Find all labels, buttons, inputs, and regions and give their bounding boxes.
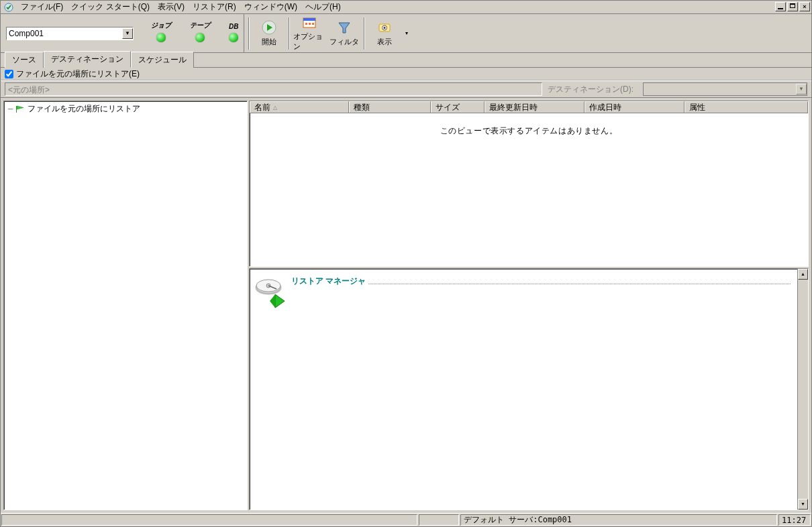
restore-manager-icon [254,276,287,309]
statusbar: デフォルト サーバ:Comp001 11:27 [1,513,811,526]
svg-point-11 [384,27,386,29]
status-time: 11:27 [778,514,811,526]
sort-asc-icon: △ [273,105,277,111]
close-button[interactable]: × [799,2,810,11]
svg-rect-5 [305,23,307,25]
svg-marker-21 [275,294,285,308]
tape-led-icon [195,33,205,42]
svg-rect-7 [312,23,314,25]
status-left [1,514,417,526]
menu-view[interactable]: 表示(V) [154,0,189,14]
filter-icon [336,19,352,36]
tree-line-icon: ─ [8,105,13,114]
column-modified[interactable]: 最終更新日時 [485,101,585,113]
info-pane: リストア マネージャ ▲ ▼ [249,268,809,510]
svg-rect-4 [303,18,315,21]
menu-help[interactable]: ヘルプ(H) [301,0,345,14]
tab-schedule[interactable]: スケジュール [131,52,194,68]
destination-bar: <元の場所> デスティネーション(D): ▼ [1,80,811,98]
restore-original-label: ファイルを元の場所にリストア(E) [16,68,140,80]
tab-destination[interactable]: デスティネーション [44,51,131,68]
tab-source[interactable]: ソース [5,52,44,68]
column-created[interactable]: 作成日時 [585,101,684,113]
toolbar-separator [364,17,365,50]
menu-window[interactable]: ウィンドウ(W) [240,0,301,14]
restore-manager-title: リストア マネージャ [291,276,366,287]
server-combo-dropdown-icon[interactable]: ▼ [122,28,133,39]
maximize-button[interactable] [787,2,798,11]
scroll-down-icon[interactable]: ▼ [798,499,808,510]
scroll-up-icon[interactable]: ▲ [798,269,808,280]
tape-light-label: テープ [190,21,210,30]
menu-file[interactable]: ファイル(F) [17,0,67,14]
column-name-label: 名前 [254,102,270,113]
tree-pane[interactable]: ─ ファイルを元の場所にリストア [3,101,248,510]
restore-original-location-row: ファイルを元の場所にリストア(E) [1,68,811,80]
tree-root-label: ファイルを元の場所にリストア [28,103,140,115]
svg-marker-8 [339,23,350,33]
column-size[interactable]: サイズ [431,101,485,113]
options-icon [301,15,317,30]
destination-combo[interactable]: ▼ [643,82,807,96]
flag-icon [15,105,25,113]
content-area: ─ ファイルを元の場所にリストア 名前 △ 種類 サイズ 最終更新日時 [1,98,811,513]
column-type[interactable]: 種類 [349,101,431,113]
job-light-label: ジョブ [151,21,171,30]
toolbar: ▼ ジョブ テープ DB [1,14,811,53]
info-scrollbar[interactable]: ▲ ▼ [797,269,808,510]
app-icon [3,2,14,13]
list-pane: 名前 △ 種類 サイズ 最終更新日時 作成日時 属性 このビューで表示するアイテ… [249,101,809,267]
dotted-divider [368,284,791,284]
svg-marker-15 [17,106,23,109]
job-led-icon [156,33,166,42]
option-button[interactable]: オプション [293,17,326,50]
restore-original-checkbox[interactable] [5,70,13,78]
menubar: ファイル(F) クイック スタート(Q) 表示(V) リストア(R) ウィンドウ… [1,1,811,14]
server-combo-input[interactable] [7,29,122,38]
status-lights: ジョブ テープ DB [151,21,238,46]
toolbar-separator [248,17,250,50]
start-label: 開始 [262,37,276,47]
scroll-track[interactable] [798,280,808,499]
eye-icon [376,19,393,36]
list-header: 名前 △ 種類 サイズ 最終更新日時 作成日時 属性 [250,101,808,113]
filter-button[interactable]: フィルタ [327,17,361,50]
db-led-icon [229,33,238,42]
tabbar: ソース デスティネーション スケジュール [1,53,811,68]
start-button[interactable]: 開始 [252,17,286,50]
minimize-button[interactable] [775,2,786,11]
column-attrs[interactable]: 属性 [684,101,808,113]
window-controls: × [775,2,810,11]
toolbar-separator [289,17,290,50]
app-window: ファイル(F) クイック スタート(Q) 表示(V) リストア(R) ウィンドウ… [0,0,812,527]
info-content: リストア マネージャ [250,269,797,510]
play-icon [261,19,277,36]
status-mid [419,514,459,526]
display-label: 表示 [377,37,392,47]
display-button[interactable]: 表示 [368,17,401,50]
tree-root-node[interactable]: ─ ファイルを元の場所にリストア [4,101,247,117]
destination-label: デスティネーション(D): [545,84,640,95]
display-dropdown-arrow-icon[interactable]: ▾ [403,30,411,36]
svg-marker-22 [270,294,275,308]
svg-rect-6 [309,23,311,25]
restore-manager-row: リストア マネージャ [254,276,791,309]
filter-label: フィルタ [329,37,359,47]
option-label: オプション [293,32,325,52]
destination-combo-dropdown-icon: ▼ [796,84,807,95]
right-stack: 名前 △ 種類 サイズ 最終更新日時 作成日時 属性 このビューで表示するアイテ… [249,101,809,510]
destination-path-readonly: <元の場所> [5,82,542,96]
menu-restore[interactable]: リストア(R) [189,0,240,14]
server-combo[interactable]: ▼ [6,27,134,40]
list-empty-message: このビューで表示するアイテムはありません。 [250,113,808,266]
menu-quickstart[interactable]: クイック スタート(Q) [67,0,154,14]
status-server: デフォルト サーバ:Comp001 [460,514,777,526]
column-name[interactable]: 名前 △ [250,101,349,113]
db-light-label: DB [229,23,238,30]
